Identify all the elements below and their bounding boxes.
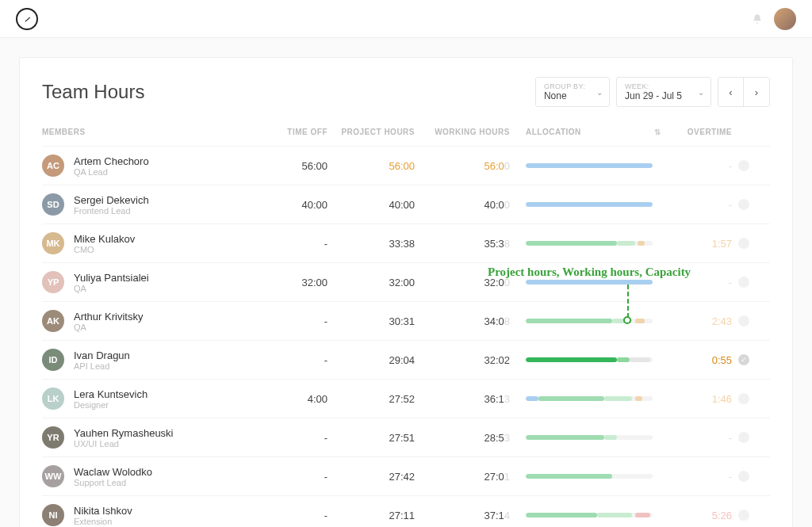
member-cell: ACArtem ChechoroQA Lead [42,155,264,177]
allocation-bar [526,357,653,362]
table-row[interactable]: YRYauhen RymasheuskiUX/UI Lead-27:5128:5… [42,418,770,456]
status-indicator[interactable] [732,393,756,404]
week-select[interactable]: WEEK: Jun 29 - Jul 5 ⌄ [616,77,711,107]
member-role: UX/UI Lead [74,439,174,449]
status-indicator[interactable] [732,315,756,327]
member-cell: YPYuliya PantsialeiQA [42,271,264,293]
week-navigation: ‹ › [718,77,770,107]
timeoff-value: - [264,510,327,521]
member-name: Lera Kuntsevich [74,388,147,400]
working-hours-value: 37:14 [415,510,510,521]
allocation-bar [526,280,653,285]
sort-icon: ⇅ [654,128,661,136]
allocation-segment [526,280,653,285]
notification-bell-icon[interactable] [752,13,763,25]
table-row[interactable]: LKLera KuntsevichDesigner4:0027:5236:131… [42,379,770,418]
table-row[interactable]: WWWaclaw WolodkoSupport Lead-27:4227:01- [42,456,770,495]
overtime-value: - [661,432,732,444]
col-working-hours[interactable]: Working Hours [415,128,510,136]
timeoff-value: 56:00 [264,160,327,172]
timeoff-value: - [264,238,327,250]
table-row[interactable]: MKMike KulakovCMO-33:3835:381:57 [42,223,770,262]
allocation-cell [510,513,661,517]
group-by-select[interactable]: GROUP BY: None ⌄ [535,77,610,107]
working-hours-value: 34:08 [415,315,510,327]
allocation-bar [526,396,653,401]
table-header: Members Time Off Project Hours Working H… [42,128,770,146]
overtime-value: - [661,160,732,172]
status-indicator[interactable] [732,199,756,210]
chevron-down-icon: ⌄ [698,88,704,97]
table-row[interactable]: YPYuliya PantsialeiQA32:0032:0032:00- [42,262,770,301]
member-name: Arthur Krivitsky [74,311,143,323]
member-role: QA [74,284,149,293]
next-week-button[interactable]: › [744,78,769,106]
circle-icon [738,510,749,521]
working-hours-value: 32:00 [415,277,510,288]
user-avatar[interactable] [774,8,796,30]
allocation-cell [510,202,661,207]
status-indicator[interactable] [732,238,756,249]
member-cell: SDSergei DekevichFrontend Lead [42,193,264,216]
overtime-value: 0:55 [661,354,732,366]
working-hours-value: 32:02 [415,354,510,366]
member-avatar: YP [42,271,64,293]
overtime-value: 2:43 [661,315,732,327]
working-hours-value: 36:13 [415,393,510,405]
page-title: Team Hours [42,81,144,103]
col-allocation[interactable]: Allocation ⇅ [510,128,661,136]
table-row[interactable]: IDIvan DragunAPI Lead-29:0432:020:55✓ [42,340,770,379]
table-row[interactable]: AKArthur KrivitskyQA-30:3134:082:43 [42,301,770,340]
circle-icon [738,393,749,404]
allocation-bar [526,474,653,479]
prev-week-button[interactable]: ‹ [718,78,744,106]
allocation-cell [510,163,661,168]
status-indicator[interactable] [732,277,756,288]
allocation-segment [526,357,617,362]
allocation-cell [510,319,661,323]
topbar: ⟋ [0,0,812,38]
member-name: Mike Kulakov [74,233,135,245]
table-row[interactable]: SDSergei DekevichFrontend Lead40:0040:00… [42,185,770,223]
member-avatar: AC [42,155,64,177]
member-role: Designer [74,400,147,410]
member-cell: AKArthur KrivitskyQA [42,310,264,332]
status-indicator[interactable] [732,432,756,443]
allocation-segment [635,396,643,401]
working-hours-value: 35:38 [415,238,510,250]
project-hours-value: 30:31 [327,315,415,327]
table-row[interactable]: ACArtem ChechoroQA Lead56:0056:0056:00- [42,146,770,185]
overtime-value: 1:46 [661,393,732,405]
col-timeoff[interactable]: Time Off [264,128,327,136]
check-icon: ✓ [738,354,749,365]
member-role: Frontend Lead [74,206,149,216]
allocation-bar [526,513,653,517]
status-indicator[interactable] [732,471,756,482]
member-avatar: SD [42,193,64,216]
timeoff-value: - [264,432,327,444]
allocation-segment [526,319,612,323]
project-hours-value: 27:42 [327,471,415,483]
member-name: Nikita Ishkov [74,505,132,517]
col-members[interactable]: Members [42,128,264,136]
allocation-cell [510,474,661,479]
status-indicator[interactable] [732,510,756,521]
member-role: API Lead [74,361,130,371]
table-row[interactable]: NINikita IshkovExtension-27:1137:145:26 [42,495,770,527]
allocation-segment [597,513,633,517]
app-logo-icon[interactable]: ⟋ [16,8,38,30]
circle-icon [738,315,749,327]
col-overtime[interactable]: Overtime [661,128,732,136]
member-avatar: LK [42,388,64,410]
allocation-bar [526,202,653,207]
allocation-bar [526,435,653,440]
allocation-cell [510,435,661,440]
allocation-segment [526,513,597,517]
member-cell: NINikita IshkovExtension [42,504,264,526]
col-project-hours[interactable]: Project Hours [327,128,415,136]
allocation-segment [635,319,645,323]
status-indicator[interactable] [732,160,756,171]
status-indicator[interactable]: ✓ [732,354,756,365]
circle-icon [738,432,749,443]
circle-icon [738,199,749,210]
